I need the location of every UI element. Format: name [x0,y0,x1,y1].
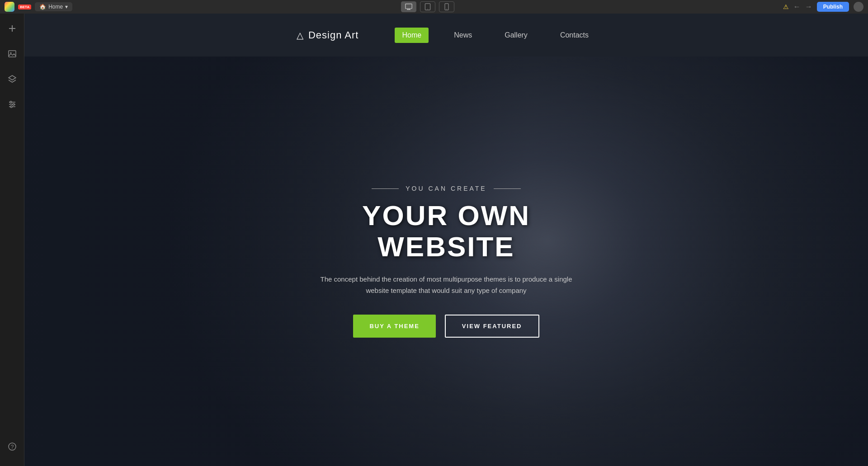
subtitle-right-line [494,188,521,189]
site-logo: △ Design Art [297,29,359,41]
os-topbar: BETA 🏠 Home ▾ [0,0,868,14]
hero-section: YOU CAN CREATE YOUR OWN WEBSITE The conc… [24,56,868,466]
sliders-icon[interactable] [4,96,20,113]
hero-subtitle-row: YOU CAN CREATE [297,185,595,192]
nav-gallery[interactable]: Gallery [497,28,535,43]
help-icon[interactable]: ? [4,438,20,455]
svg-point-16 [10,101,12,103]
hero-title: YOUR OWN WEBSITE [297,200,595,262]
mobile-view-button[interactable] [439,1,454,12]
os-topbar-right: ⚠ ← → Publish [783,2,863,12]
app-icon [5,2,14,12]
hero-description: The concept behind the creation of most … [320,273,573,297]
hero-buttons: BUY A THEME VIEW FEATURED [297,315,595,338]
buy-theme-button[interactable]: BUY A THEME [353,315,435,338]
os-topbar-center [401,1,454,12]
svg-rect-0 [406,4,412,9]
publish-button[interactable]: Publish [817,2,849,12]
view-featured-button[interactable]: VIEW FEATURED [445,315,539,338]
svg-point-11 [10,52,11,54]
home-icon: 🏠 [39,4,46,10]
nav-home[interactable]: Home [395,28,429,43]
hero-content: YOU CAN CREATE YOUR OWN WEBSITE The conc… [288,176,604,346]
home-tab-label: Home [48,4,63,10]
os-topbar-left: BETA 🏠 Home ▾ [5,2,72,12]
user-avatar[interactable] [854,2,863,12]
svg-text:?: ? [10,444,14,450]
svg-point-5 [427,9,428,9]
nav-contacts[interactable]: Contacts [553,28,596,43]
logo-triangle-icon: △ [297,30,304,41]
home-tab-chevron: ▾ [65,4,68,10]
svg-rect-10 [9,51,16,57]
svg-point-17 [13,104,14,105]
hero-subtitle-text: YOU CAN CREATE [406,185,486,192]
main-layout: ? △ Design Art Home News Gallery Contact… [0,14,868,466]
site-logo-text: Design Art [308,29,359,41]
back-button[interactable]: ← [793,3,801,11]
site-nav: Home News Gallery Contacts [395,28,596,43]
warning-icon: ⚠ [783,3,789,10]
sidebar: ? [0,14,24,466]
svg-point-18 [10,106,12,108]
nav-news[interactable]: News [447,28,479,43]
svg-marker-12 [9,75,16,80]
beta-badge: BETA [18,5,31,9]
svg-point-7 [446,9,447,9]
website-area: △ Design Art Home News Gallery Contacts [24,14,868,466]
tablet-view-button[interactable] [420,1,435,12]
forward-button[interactable]: → [805,3,812,11]
site-navbar: △ Design Art Home News Gallery Contacts [24,14,868,56]
image-icon[interactable] [4,46,20,62]
layers-icon[interactable] [4,71,20,87]
subtitle-left-line [372,188,399,189]
home-tab[interactable]: 🏠 Home ▾ [35,2,72,11]
add-icon[interactable] [4,20,20,37]
desktop-view-button[interactable] [401,1,416,12]
